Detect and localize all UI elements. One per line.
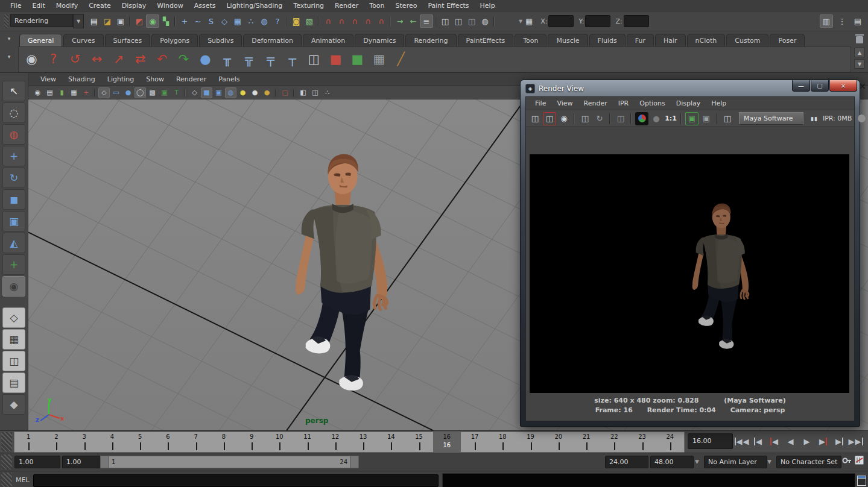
current-time-field[interactable]: 16.00: [688, 433, 733, 449]
scale-tool[interactable]: ◼: [2, 189, 25, 210]
input-to-selected-icon[interactable]: →: [393, 14, 407, 28]
maximize-button[interactable]: ▢: [811, 80, 829, 92]
frame-cell-23[interactable]: 23: [629, 432, 656, 452]
range-start-handle[interactable]: [101, 456, 109, 468]
render-view-window[interactable]: ◈ Render View — ▢ × FileViewRenderIPROpt…: [520, 80, 860, 427]
paint-selection-tool[interactable]: ◍: [2, 124, 25, 145]
attribute-editor-toggle[interactable]: ▥: [820, 14, 833, 28]
rgb-channels-icon[interactable]: [635, 112, 648, 125]
shelf-scroll-down-icon[interactable]: ▼: [854, 59, 865, 69]
camera-attributes-icon[interactable]: ▤: [44, 87, 55, 98]
absolute-relative-icon[interactable]: ▦: [522, 14, 536, 28]
chevron-down-icon[interactable]: ▼: [767, 459, 771, 465]
shelf-tab[interactable]: nCloth: [687, 34, 726, 46]
frame-cell-12[interactable]: 12: [322, 432, 349, 452]
remove-image-icon[interactable]: ▣: [700, 112, 713, 125]
select-tool[interactable]: ↖: [2, 81, 25, 101]
menu-item[interactable]: Texturing: [288, 2, 329, 10]
textured-icon[interactable]: ▣: [213, 87, 224, 98]
script-output-field[interactable]: [442, 473, 855, 487]
mask-curves-icon[interactable]: S: [204, 14, 218, 28]
camera-track-icon[interactable]: ↔: [86, 49, 107, 70]
move-tool[interactable]: +: [2, 146, 25, 166]
shelf-tab[interactable]: Animation: [303, 34, 353, 46]
layout-outliner-pane-button[interactable]: ◫: [2, 351, 25, 371]
smooth-shade-icon[interactable]: ■: [201, 87, 212, 98]
universal-manipulator-tool[interactable]: ▣: [2, 211, 25, 231]
minimize-button[interactable]: —: [792, 80, 810, 92]
snap-to-grid-icon[interactable]: ∩: [322, 14, 335, 28]
highlight-selection-icon[interactable]: ▧: [303, 14, 316, 28]
menu-item[interactable]: Stereo: [390, 2, 423, 10]
menu-item[interactable]: Toon: [364, 2, 390, 10]
show-manipulator-tool[interactable]: +: [2, 254, 25, 275]
open-render-settings-icon[interactable]: ◫: [721, 112, 734, 125]
render-view-titlebar[interactable]: ◈ Render View — ▢ ×: [521, 80, 860, 96]
character-model[interactable]: [273, 151, 403, 398]
selection-highlight-icon[interactable]: ▢: [279, 87, 291, 98]
shelf-menu-arrow-icon[interactable]: ▾: [5, 35, 13, 42]
menu-set-selector[interactable]: Rendering ▼: [10, 14, 84, 28]
light-selected-icon[interactable]: ●: [249, 87, 261, 98]
animation-start-field[interactable]: 1.00: [14, 456, 60, 468]
time-ruler[interactable]: 1234567891011121314151616171819202122232…: [14, 432, 685, 453]
menu-set-value[interactable]: Rendering: [10, 14, 73, 27]
camera-tumble-icon[interactable]: ↺: [65, 49, 86, 70]
render-view-menu-item[interactable]: Options: [634, 99, 670, 107]
delete-unused-icon[interactable]: ●: [195, 49, 216, 70]
script-editor-icon[interactable]: [857, 475, 867, 486]
render-current-frame-icon[interactable]: ◫: [452, 14, 465, 28]
shelf-tab[interactable]: Dynamics: [355, 34, 404, 46]
select-camera-icon[interactable]: ◉: [32, 87, 43, 98]
region-render-icon[interactable]: ◫: [614, 112, 627, 125]
snap-to-view-plane-icon[interactable]: ∩: [375, 14, 388, 28]
mask-surfaces-icon[interactable]: ◇: [218, 14, 231, 28]
rotate-tool[interactable]: ↻: [2, 168, 25, 188]
frame-cell-4[interactable]: 4: [98, 432, 126, 452]
channel-box-toggle[interactable]: ▤: [851, 14, 864, 28]
scene-render-icon[interactable]: ◉: [21, 49, 42, 70]
panel-menu-item[interactable]: View: [34, 75, 62, 83]
assign-material-icon[interactable]: ■: [347, 49, 368, 70]
render-view-menu-item[interactable]: File: [530, 99, 551, 107]
menu-item[interactable]: Lighting/Shading: [221, 2, 288, 10]
status-line-grip[interactable]: [4, 14, 8, 28]
command-line-grip[interactable]: [1, 473, 12, 487]
shelf-options-arrow-icon[interactable]: ▾: [5, 53, 13, 60]
snap-to-curve-icon[interactable]: ∩: [335, 14, 348, 28]
select-by-object-icon[interactable]: ◉: [146, 14, 159, 28]
output-from-selected-icon[interactable]: ←: [407, 14, 420, 28]
shelf-scroll-up-icon[interactable]: ▲: [854, 48, 865, 57]
snap-to-projected-center-icon[interactable]: ∩: [361, 14, 375, 28]
mask-handles-icon[interactable]: +: [178, 14, 191, 28]
frame-cell-7[interactable]: 7: [182, 432, 210, 452]
hypergraph-hierarchy-icon[interactable]: ╥: [217, 49, 238, 70]
shelf-tab[interactable]: Deformation: [243, 34, 302, 46]
menu-item[interactable]: Help: [475, 2, 501, 10]
shelf-tab[interactable]: Poser: [770, 34, 805, 46]
safe-title-icon[interactable]: T: [171, 87, 182, 98]
safe-action-icon[interactable]: ▣: [159, 87, 170, 98]
field-chart-icon[interactable]: ▩: [147, 87, 158, 98]
frame-cell-5[interactable]: 5: [126, 432, 154, 452]
help-icon[interactable]: ?: [43, 49, 64, 70]
layout-single-pane-button[interactable]: ◇: [2, 307, 25, 328]
time-slider-grip[interactable]: [1, 432, 12, 451]
z-coord-field[interactable]: [624, 15, 649, 27]
renderer-selector[interactable]: Maya Software: [739, 112, 803, 125]
ipr-render-icon[interactable]: ◫: [465, 14, 478, 28]
resolution-gate-icon[interactable]: ●: [122, 87, 134, 98]
step-back-frame-button[interactable]: ◀: [766, 433, 782, 450]
construction-history-icon[interactable]: ≡: [420, 14, 433, 28]
lasso-select-tool[interactable]: ◌: [2, 102, 25, 123]
light-default-icon[interactable]: ●: [261, 87, 273, 98]
pane-close-icon[interactable]: ×: [858, 81, 866, 92]
create-node-icon[interactable]: ■: [325, 49, 346, 70]
shelf-tab[interactable]: Muscle: [548, 34, 588, 46]
step-back-key-button[interactable]: ◀: [750, 433, 766, 450]
shelf-tab[interactable]: Polygons: [151, 34, 198, 46]
mask-misc-icon[interactable]: ?: [271, 14, 284, 28]
frame-cell-21[interactable]: 21: [572, 432, 600, 452]
frame-cell-10[interactable]: 10: [265, 432, 293, 452]
redo-icon[interactable]: ↷: [173, 49, 194, 70]
